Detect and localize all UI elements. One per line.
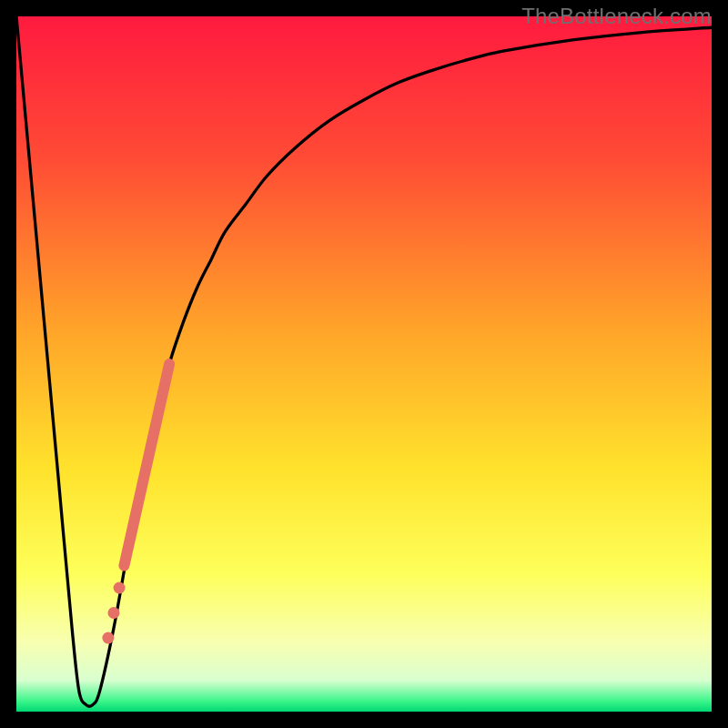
- highlight-dot: [102, 632, 114, 644]
- watermark-text: TheBottleneck.com: [521, 4, 712, 29]
- highlight-dot: [114, 582, 126, 594]
- bottleneck-plot: [16, 16, 712, 712]
- chart-frame: TheBottleneck.com: [0, 0, 728, 728]
- highlight-dot: [107, 607, 119, 619]
- plot-background: [16, 16, 712, 712]
